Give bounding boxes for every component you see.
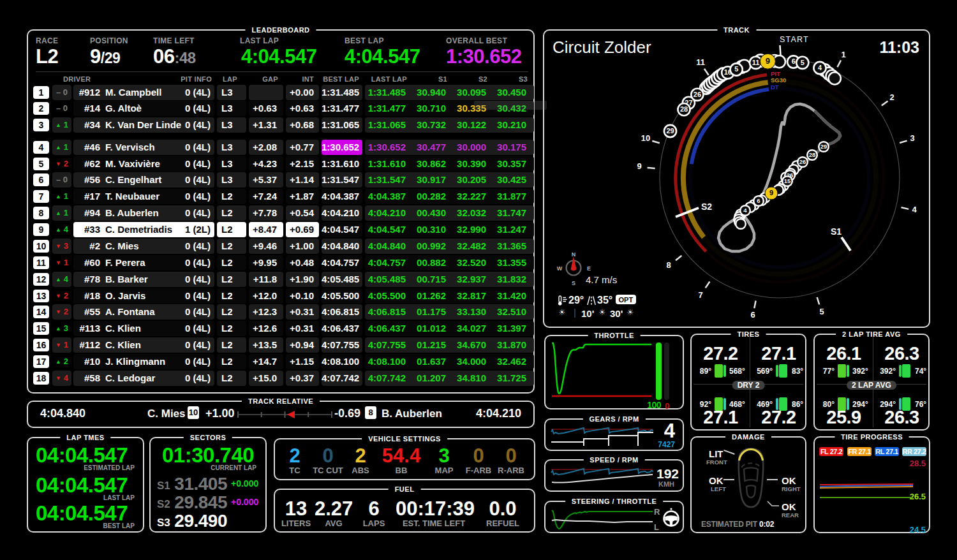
svg-text:S: S xyxy=(572,280,575,286)
svg-text:28: 28 xyxy=(809,151,816,158)
svg-text:9: 9 xyxy=(637,161,641,171)
svg-text:29: 29 xyxy=(666,127,674,135)
svg-text:4: 4 xyxy=(743,207,747,214)
svg-text:1: 1 xyxy=(841,50,845,59)
svg-text:9: 9 xyxy=(769,189,773,196)
svg-text:4: 4 xyxy=(912,205,917,214)
svg-text:10: 10 xyxy=(641,133,650,143)
svg-text:28: 28 xyxy=(680,105,688,113)
svg-text:N: N xyxy=(572,251,576,258)
svg-text:15: 15 xyxy=(784,177,791,184)
svg-text:7: 7 xyxy=(698,290,702,300)
svg-text:11: 11 xyxy=(696,57,705,67)
svg-text:S1: S1 xyxy=(831,226,842,237)
svg-text:E: E xyxy=(587,265,591,272)
svg-text:6: 6 xyxy=(750,310,755,320)
svg-text:5: 5 xyxy=(801,59,805,66)
svg-text:9: 9 xyxy=(766,56,770,66)
svg-text:5: 5 xyxy=(734,65,738,73)
svg-text:START: START xyxy=(780,35,809,44)
svg-text:29: 29 xyxy=(820,143,827,150)
svg-text:3: 3 xyxy=(910,133,914,143)
svg-text:26: 26 xyxy=(799,158,806,165)
svg-text:6: 6 xyxy=(792,57,796,65)
svg-text:5: 5 xyxy=(819,307,824,316)
svg-text:11: 11 xyxy=(752,59,760,66)
svg-text:26: 26 xyxy=(694,91,701,98)
svg-text:6: 6 xyxy=(757,197,760,204)
svg-text:W: W xyxy=(557,265,563,272)
svg-text:SG30: SG30 xyxy=(771,77,786,84)
svg-text:2: 2 xyxy=(889,92,894,102)
svg-text:DT: DT xyxy=(771,84,779,91)
svg-text:8: 8 xyxy=(666,260,671,270)
svg-text:4: 4 xyxy=(818,64,822,71)
svg-text:S2: S2 xyxy=(701,202,712,212)
